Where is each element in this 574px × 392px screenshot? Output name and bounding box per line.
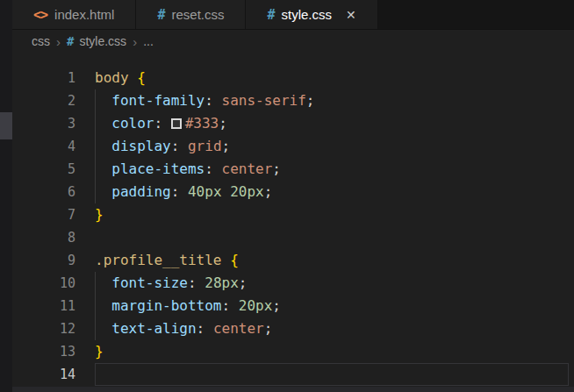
line-number[interactable]: 9 — [12, 249, 75, 272]
code-line[interactable]: 13} — [12, 340, 574, 363]
indent-guide — [95, 135, 96, 158]
tab-label: style.css — [282, 7, 333, 22]
line-number[interactable]: 14 — [12, 363, 75, 386]
line-number[interactable]: 13 — [12, 340, 75, 363]
indent-guide — [95, 295, 96, 317]
line-number[interactable]: 8 — [12, 226, 75, 249]
code-line-text: text-align: center; — [95, 317, 569, 340]
token-punct: : — [171, 138, 180, 154]
code-line-text: } — [95, 340, 569, 363]
indent-guide — [95, 112, 96, 135]
token-brace: } — [95, 343, 104, 360]
token-punct: : — [204, 160, 213, 177]
code-line[interactable]: 11 margin-bottom: 20px; — [12, 295, 574, 317]
line-number[interactable]: 1 — [12, 67, 75, 89]
code-line[interactable]: 10 font-size: 28px; — [12, 272, 574, 295]
token-punct: ; — [272, 160, 281, 177]
token-number: 20px — [230, 183, 264, 200]
tab-index-html[interactable]: <> index.html — [12, 0, 136, 29]
token-plain — [95, 115, 111, 132]
code-line[interactable]: 4 display: grid; — [12, 135, 574, 158]
token-plain — [95, 274, 111, 291]
code-line[interactable]: 5 place-items: center; — [12, 158, 574, 181]
token-value: grid — [188, 138, 222, 154]
code-line-text — [95, 363, 569, 386]
line-number[interactable]: 2 — [12, 89, 75, 112]
code-line-text: margin-bottom: 20px; — [95, 295, 569, 317]
html-file-icon: <> — [33, 7, 47, 23]
code-line[interactable]: 2 font-family: sans-serif; — [12, 89, 574, 112]
token-plain — [95, 183, 111, 200]
token-punct: ; — [222, 138, 231, 154]
code-line[interactable]: 12 text-align: center; — [12, 317, 574, 340]
code-line-text: padding: 40px 20px; — [95, 181, 569, 203]
token-selector: body — [95, 69, 129, 86]
token-plain — [95, 92, 111, 109]
token-punct: : — [188, 274, 197, 291]
tab-style-css[interactable]: # style.css ✕ — [246, 0, 377, 29]
token-punct: ; — [219, 115, 227, 132]
token-punct: ; — [239, 274, 248, 291]
tabbar-spacer — [378, 0, 574, 29]
token-brace: { — [230, 252, 239, 268]
token-plain — [162, 115, 171, 132]
breadcrumb-file[interactable]: style.css — [79, 34, 126, 48]
line-number[interactable]: 11 — [12, 295, 75, 317]
code-line-text: place-items: center; — [95, 158, 569, 181]
token-property: font-family — [111, 92, 204, 109]
code-editor[interactable]: 1body {2 font-family: sans-serif;3 color… — [12, 53, 574, 387]
token-property: margin-bottom — [111, 297, 221, 314]
code-line[interactable]: 9.profile__title { — [12, 249, 574, 272]
chevron-right-icon: › — [133, 34, 137, 49]
indent-guide — [95, 89, 96, 112]
close-icon[interactable]: ✕ — [346, 9, 356, 21]
code-line[interactable]: 1body { — [12, 67, 574, 89]
color-swatch[interactable] — [171, 118, 182, 129]
token-property: padding — [111, 183, 170, 200]
code-line[interactable]: 8 — [12, 226, 574, 249]
code-line[interactable]: 3 color: #333; — [12, 112, 574, 135]
css-file-icon: # — [267, 7, 274, 23]
token-punct: ; — [306, 92, 315, 109]
line-number[interactable]: 5 — [12, 158, 75, 181]
css-file-icon: # — [67, 34, 74, 48]
code-line[interactable]: 14 — [12, 363, 574, 386]
token-plain — [197, 274, 205, 291]
token-value: center — [222, 160, 273, 177]
breadcrumb-symbol[interactable]: ... — [143, 34, 154, 48]
indent-guide — [95, 272, 96, 295]
chevron-right-icon: › — [56, 34, 61, 49]
bottom-edge — [12, 387, 574, 392]
breadcrumb-folder[interactable]: css — [32, 34, 50, 48]
token-value: center — [213, 320, 264, 337]
code-line-text: .profile__title { — [95, 249, 569, 272]
token-brace: { — [137, 69, 146, 86]
line-number[interactable]: 12 — [12, 317, 75, 340]
token-property: color — [111, 115, 154, 132]
token-punct: ; — [264, 183, 273, 200]
line-number[interactable]: 7 — [12, 203, 75, 226]
token-plain — [213, 160, 222, 177]
code-line-text: body { — [95, 67, 569, 89]
indent-guide — [95, 317, 96, 340]
line-number[interactable]: 4 — [12, 135, 75, 158]
code-line[interactable]: 7} — [12, 203, 574, 226]
line-number[interactable]: 10 — [12, 272, 75, 295]
sidebar-scrollbar-thumb[interactable] — [0, 112, 12, 139]
code-line-text: font-family: sans-serif; — [95, 89, 569, 112]
token-plain — [204, 320, 213, 337]
code-line[interactable]: 6 padding: 40px 20px; — [12, 181, 574, 203]
token-property: display — [111, 138, 170, 154]
line-number[interactable]: 3 — [12, 112, 75, 135]
token-plain — [222, 252, 231, 268]
indent-guide — [95, 181, 96, 203]
css-file-icon: # — [157, 7, 164, 23]
line-number[interactable]: 6 — [12, 181, 75, 203]
code-line-text — [95, 226, 569, 249]
token-punct: : — [197, 320, 205, 337]
token-brace: } — [95, 206, 104, 223]
token-number: 40px — [188, 183, 222, 200]
breadcrumb: css › # style.css › ... — [12, 30, 574, 53]
tab-reset-css[interactable]: # reset.css — [136, 0, 246, 29]
token-number: 28px — [204, 274, 239, 291]
